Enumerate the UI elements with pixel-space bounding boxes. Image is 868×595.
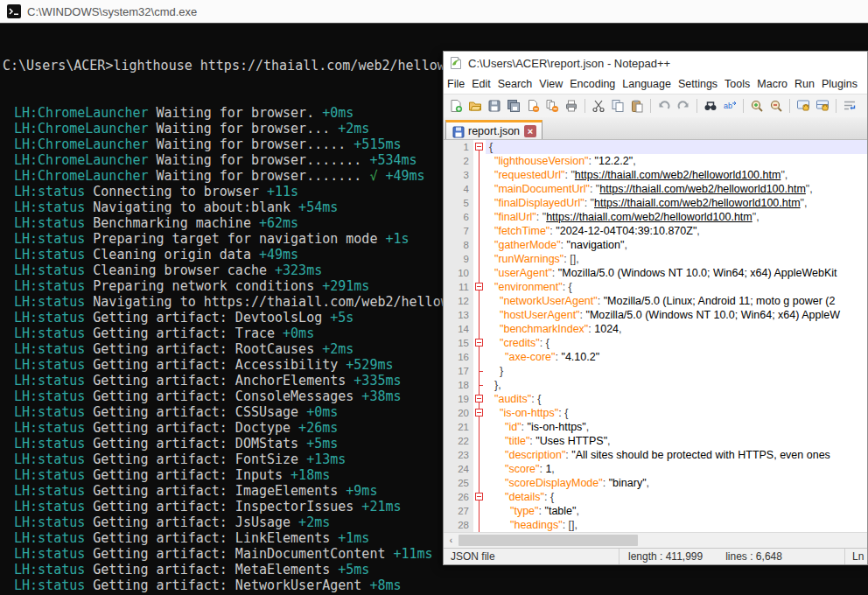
menu-edit[interactable]: Edit (468, 75, 494, 93)
code-text: "axe-core": "4.10.2" (486, 350, 867, 364)
menu-settings[interactable]: Settings (675, 75, 721, 93)
fold-margin (473, 182, 486, 196)
fold-margin (473, 350, 486, 364)
fold-collapse-icon[interactable] (473, 280, 486, 294)
editor-line: 23"description": "All sites should be pr… (444, 448, 867, 462)
tab-close-icon[interactable]: × (524, 125, 536, 137)
toolbar: ab (444, 94, 867, 117)
fold-margin (473, 154, 486, 168)
svg-text:ab: ab (724, 102, 732, 110)
line-number: 14 (444, 322, 473, 336)
menu-search[interactable]: Search (494, 75, 536, 93)
menu-macro[interactable]: Macro (753, 75, 791, 93)
sync-vertical-icon[interactable] (794, 97, 812, 115)
notepadpp-window: C:\Users\ACER\report.json - Notepad++ Fi… (443, 51, 868, 565)
line-number: 13 (444, 308, 473, 322)
editor-line: 25"scoreDisplayMode": "binary", (444, 476, 867, 490)
line-number: 23 (444, 448, 473, 462)
menu-encoding[interactable]: Encoding (566, 75, 619, 93)
fold-collapse-icon[interactable] (473, 140, 486, 154)
replace-icon[interactable]: ab (721, 97, 738, 115)
editor-line: 12"networkUserAgent": "Mozilla/5.0 (Linu… (444, 294, 867, 308)
line-number: 8 (444, 238, 473, 252)
fold-margin (473, 420, 486, 434)
line-number: 11 (444, 280, 473, 294)
zoom-out-icon[interactable] (767, 97, 785, 115)
sync-horizontal-icon[interactable] (814, 97, 831, 115)
code-text: "score": 1, (486, 462, 867, 476)
fold-margin (473, 196, 486, 210)
status-length: length : 411,999 (628, 550, 703, 563)
editor-line: 13"hostUserAgent": "Mozilla/5.0 (Windows… (444, 308, 867, 322)
fold-margin (473, 476, 486, 490)
line-number: 12 (444, 294, 473, 308)
editor[interactable]: 1{2"lighthouseVersion": "12.2.2",3"reque… (444, 140, 867, 532)
fold-margin (473, 504, 486, 518)
fold-collapse-icon[interactable] (473, 406, 486, 420)
menu-bar: FileEditSearchViewEncodingLanguageSettin… (444, 74, 867, 94)
copy-icon[interactable] (609, 97, 626, 115)
line-number: 4 (444, 182, 473, 196)
editor-line: 17} (444, 364, 867, 378)
fold-margin (473, 168, 486, 182)
scroll-left-arrow-icon[interactable]: ‹ (444, 533, 458, 548)
save-all-icon[interactable] (505, 97, 522, 115)
line-number: 9 (444, 252, 473, 266)
notepadpp-titlebar[interactable]: C:\Users\ACER\report.json - Notepad++ (444, 52, 867, 74)
menu-tools[interactable]: Tools (721, 75, 753, 93)
redo-icon[interactable] (675, 97, 692, 115)
code-text: "gatherMode": "navigation", (486, 238, 867, 252)
editor-line: 2"lighthouseVersion": "12.2.2", (444, 154, 867, 168)
line-number: 21 (444, 420, 473, 434)
cut-icon[interactable] (590, 97, 607, 115)
line-number: 16 (444, 350, 473, 364)
close-all-icon[interactable] (543, 97, 561, 115)
editor-line: 21"id": "is-on-https", (444, 420, 867, 434)
menu-view[interactable]: View (536, 75, 566, 93)
code-text: { (486, 140, 867, 154)
code-text: "description": "All sites should be prot… (486, 448, 867, 462)
find-icon[interactable] (702, 97, 719, 115)
notepadpp-window-title: C:\Users\ACER\report.json - Notepad++ (468, 57, 670, 70)
save-icon[interactable] (486, 97, 503, 115)
code-text: "runWarnings": [], (486, 252, 867, 266)
fold-collapse-icon[interactable] (473, 490, 486, 504)
new-file-icon[interactable] (447, 97, 465, 115)
line-number: 3 (444, 168, 473, 182)
fold-margin (473, 364, 486, 378)
print-icon[interactable] (563, 97, 580, 115)
zoom-in-icon[interactable] (748, 97, 766, 115)
code-text: "credits": { (486, 336, 867, 350)
code-text: "title": "Uses HTTPS", (486, 434, 867, 448)
code-text: "requestedUrl": "https://thaiall.com/web… (486, 168, 867, 182)
tab-report-json[interactable]: report.json × (445, 120, 542, 139)
menu-run[interactable]: Run (791, 75, 818, 93)
fold-margin (473, 378, 486, 392)
editor-line: 28"headings": [], (444, 518, 867, 532)
line-number: 20 (444, 406, 473, 420)
horizontal-scrollbar[interactable]: ‹ (444, 532, 867, 548)
menu-language[interactable]: Language (619, 75, 675, 93)
cmd-window-titlebar[interactable]: C:\WINDOWS\system32\cmd.exe (0, 0, 868, 24)
cmd-icon (7, 4, 21, 18)
undo-icon[interactable] (655, 97, 673, 115)
code-text: "userAgent": "Mozilla/5.0 (Windows NT 10… (486, 266, 867, 280)
line-number: 6 (444, 210, 473, 224)
line-number: 7 (444, 224, 473, 238)
log-line: LH:status Getting artifact: NetworkUserA… (3, 578, 868, 593)
editor-line: 5"finalDisplayedUrl": "https://thaiall.c… (444, 196, 867, 210)
menu-file[interactable]: File (444, 75, 468, 93)
scrollbar-thumb[interactable] (458, 535, 638, 546)
toolbar-separator (696, 99, 697, 113)
open-file-icon[interactable] (466, 97, 484, 115)
word-wrap-icon[interactable] (841, 97, 858, 115)
line-number: 27 (444, 504, 473, 518)
floppy-icon (452, 125, 464, 137)
close-file-icon[interactable] (524, 97, 542, 115)
menu-plugins[interactable]: Plugins (818, 75, 861, 93)
fold-collapse-icon[interactable] (473, 336, 486, 350)
fold-margin (473, 434, 486, 448)
paste-icon[interactable] (628, 97, 646, 115)
code-text: "details": { (486, 490, 867, 504)
fold-collapse-icon[interactable] (473, 392, 486, 406)
